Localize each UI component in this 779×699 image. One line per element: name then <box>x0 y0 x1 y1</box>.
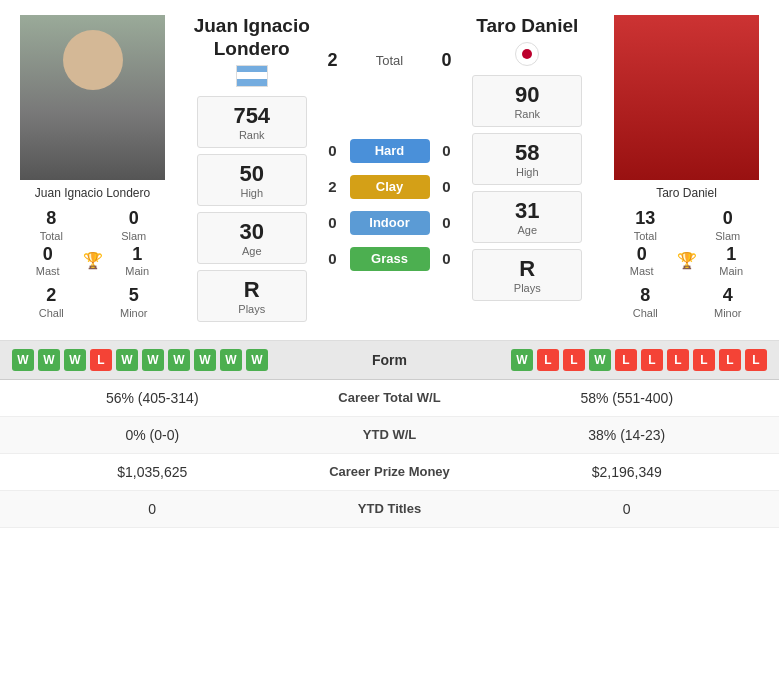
stats-right-val: $2,196,349 <box>490 464 765 480</box>
stats-rows: 56% (405-314)Career Total W/L58% (551-40… <box>0 380 779 699</box>
right-center-stats: Taro Daniel 90 Rank 58 High 31 Age R Pla… <box>461 10 595 330</box>
right-stats-grid: 13 Total 0 Slam <box>599 208 774 242</box>
form-badge-left: W <box>142 349 164 371</box>
left-slam-cell: 0 Slam <box>98 208 171 242</box>
right-slam-value: 0 <box>692 208 765 230</box>
left-chall-label: Chall <box>15 307 88 319</box>
stats-left-val: 56% (405-314) <box>15 390 290 406</box>
form-badge-left: W <box>168 349 190 371</box>
right-minor-cell: 4 Minor <box>692 285 765 319</box>
form-badge-right: W <box>589 349 611 371</box>
right-player-name-below: Taro Daniel <box>656 186 717 200</box>
form-badge-right: L <box>615 349 637 371</box>
form-badge-right: W <box>511 349 533 371</box>
left-rank-value: 754 <box>202 103 302 129</box>
left-player-name-below: Juan Ignacio Londero <box>35 186 150 200</box>
left-high-box: 50 High <box>197 154 307 206</box>
form-badge-left: W <box>194 349 216 371</box>
right-rank-label: Rank <box>477 108 577 120</box>
stats-right-val: 58% (551-400) <box>490 390 765 406</box>
right-player-card: Taro Daniel 13 Total 0 Slam 0 Mast 🏆 1 M… <box>594 10 779 330</box>
right-plays-value: R <box>477 256 577 282</box>
form-badge-right: L <box>745 349 767 371</box>
total-row: 2 Total 0 <box>324 50 456 71</box>
left-main-cell: 1 Main <box>105 244 171 278</box>
left-plays-label: Plays <box>202 303 302 315</box>
left-slam-value: 0 <box>98 208 171 230</box>
right-slam-cell: 0 Slam <box>692 208 765 242</box>
center-stats: Juan Ignacio Londero 754 Rank 50 High 30… <box>185 10 319 330</box>
right-chall-cell: 8 Chall <box>609 285 682 319</box>
match-column: 2 Total 0 0 Hard 0 2 Clay 0 0 Indoor 0 0 <box>319 10 461 330</box>
left-minor-label: Minor <box>98 307 171 319</box>
left-total-cell: 8 Total <box>15 208 88 242</box>
right-total-value: 13 <box>609 208 682 230</box>
left-chall-value: 2 <box>15 285 88 307</box>
left-rank-box: 754 Rank <box>197 96 307 148</box>
left-age-value: 30 <box>202 219 302 245</box>
right-high-value: 58 <box>477 140 577 166</box>
left-main-label: Main <box>105 265 171 277</box>
right-age-box: 31 Age <box>472 191 582 243</box>
left-trophy-row: 0 Mast 🏆 1 Main <box>5 244 180 278</box>
indoor-row: 0 Indoor 0 <box>324 211 456 235</box>
clay-score-left: 2 <box>324 178 342 195</box>
grass-score-left: 0 <box>324 250 342 267</box>
right-main-cell: 1 Main <box>699 244 765 278</box>
stats-left-val: 0 <box>15 501 290 517</box>
form-badge-right: L <box>693 349 715 371</box>
left-total-value: 8 <box>15 208 88 230</box>
stats-right-val: 38% (14-23) <box>490 427 765 443</box>
stats-center-label: Career Total W/L <box>290 390 490 405</box>
hard-score-left: 0 <box>324 142 342 159</box>
grass-row: 0 Grass 0 <box>324 247 456 271</box>
stats-center-label: Career Prize Money <box>290 464 490 479</box>
left-player-name-top: Juan Ignacio Londero <box>194 15 310 61</box>
right-trophy-icon: 🏆 <box>677 251 697 270</box>
form-badge-left: W <box>12 349 34 371</box>
right-rank-value: 90 <box>477 82 577 108</box>
right-mast-label: Mast <box>609 265 675 277</box>
total-label: Total <box>350 53 430 68</box>
right-chall-label: Chall <box>609 307 682 319</box>
right-high-box: 58 High <box>472 133 582 185</box>
right-bottom-stats: 8 Chall 4 Minor <box>599 285 774 319</box>
left-main-value: 1 <box>105 244 171 266</box>
stats-center-label: YTD Titles <box>290 501 490 516</box>
indoor-score-left: 0 <box>324 214 342 231</box>
form-badge-right: L <box>641 349 663 371</box>
left-mast-value: 0 <box>15 244 81 266</box>
right-main-value: 1 <box>699 244 765 266</box>
right-minor-value: 4 <box>692 285 765 307</box>
form-left: WWWLWWWWWW <box>12 349 340 371</box>
form-badge-left: W <box>38 349 60 371</box>
left-mast-label: Mast <box>15 265 81 277</box>
hard-badge: Hard <box>350 139 430 163</box>
left-high-value: 50 <box>202 161 302 187</box>
right-mast-cell: 0 Mast <box>609 244 675 278</box>
form-label: Form <box>340 352 440 368</box>
total-score-left: 2 <box>324 50 342 71</box>
form-badge-left: W <box>116 349 138 371</box>
left-player-card: Juan Ignacio Londero 8 Total 0 Slam 0 Ma… <box>0 10 185 330</box>
right-high-label: High <box>477 166 577 178</box>
left-chall-cell: 2 Chall <box>15 285 88 319</box>
form-badge-right: L <box>563 349 585 371</box>
left-flag <box>236 65 268 87</box>
right-plays-box: R Plays <box>472 249 582 301</box>
clay-score-right: 0 <box>438 178 456 195</box>
stats-left-val: $1,035,625 <box>15 464 290 480</box>
form-badge-left: W <box>220 349 242 371</box>
left-bottom-stats: 2 Chall 5 Minor <box>5 285 180 319</box>
stats-row: $1,035,625Career Prize Money$2,196,349 <box>0 454 779 491</box>
left-stats-grid: 8 Total 0 Slam <box>5 208 180 242</box>
hard-row: 0 Hard 0 <box>324 139 456 163</box>
right-minor-label: Minor <box>692 307 765 319</box>
top-section: Juan Ignacio Londero 8 Total 0 Slam 0 Ma… <box>0 0 779 341</box>
grass-score-right: 0 <box>438 250 456 267</box>
left-high-label: High <box>202 187 302 199</box>
stats-center-label: YTD W/L <box>290 427 490 442</box>
right-age-label: Age <box>477 224 577 236</box>
left-trophy-icon: 🏆 <box>83 251 103 270</box>
left-plays-value: R <box>202 277 302 303</box>
